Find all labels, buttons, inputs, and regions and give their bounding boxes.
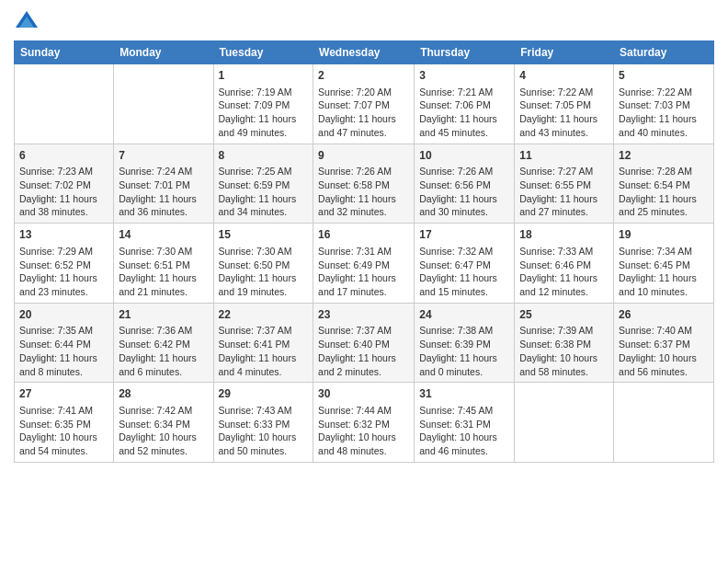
day-number: 1 [219, 68, 309, 84]
day-number: 12 [619, 148, 709, 164]
day-info: Sunrise: 7:37 AM [318, 324, 409, 338]
calendar-cell: 9Sunrise: 7:26 AMSunset: 6:58 PMDaylight… [313, 144, 415, 224]
header-saturday: Saturday [614, 41, 714, 64]
calendar-cell: 17Sunrise: 7:32 AMSunset: 6:47 PMDayligh… [415, 224, 515, 304]
day-info: Sunset: 7:01 PM [119, 178, 208, 192]
day-info: Sunset: 6:44 PM [19, 338, 108, 351]
day-info: Sunrise: 7:28 AM [619, 165, 709, 178]
day-info: Sunset: 6:34 PM [119, 418, 208, 431]
day-info: Sunrise: 7:30 AM [119, 245, 208, 259]
day-number: 7 [119, 148, 208, 164]
calendar-cell: 1Sunrise: 7:19 AMSunset: 7:09 PMDaylight… [213, 64, 313, 144]
day-info: Sunset: 6:47 PM [419, 259, 509, 272]
day-info: Sunrise: 7:19 AM [219, 86, 309, 99]
day-info: Sunrise: 7:42 AM [119, 404, 208, 418]
day-info: Daylight: 11 hours and 8 minutes. [19, 351, 108, 378]
calendar-week-row: 20Sunrise: 7:35 AMSunset: 6:44 PMDayligh… [15, 303, 714, 383]
calendar-week-row: 6Sunrise: 7:23 AMSunset: 7:02 PMDaylight… [15, 144, 714, 224]
day-info: Sunrise: 7:22 AM [519, 86, 609, 99]
day-info: Sunrise: 7:43 AM [219, 404, 309, 418]
day-info: Daylight: 11 hours and 23 minutes. [19, 271, 108, 298]
day-info: Sunrise: 7:36 AM [119, 324, 208, 338]
day-number: 30 [318, 386, 409, 402]
header-thursday: Thursday [415, 41, 515, 64]
day-info: Daylight: 10 hours and 46 minutes. [419, 431, 509, 457]
day-number: 13 [19, 227, 108, 243]
day-info: Sunset: 6:46 PM [519, 259, 609, 272]
header-monday: Monday [114, 41, 213, 64]
day-info: Sunset: 6:37 PM [619, 338, 709, 351]
day-info: Sunrise: 7:41 AM [19, 404, 108, 418]
day-info: Sunrise: 7:27 AM [519, 165, 609, 178]
calendar-cell: 15Sunrise: 7:30 AMSunset: 6:50 PMDayligh… [213, 224, 313, 304]
calendar-cell [614, 383, 714, 463]
header-wednesday: Wednesday [313, 41, 415, 64]
day-info: Daylight: 11 hours and 21 minutes. [119, 271, 208, 298]
calendar-cell: 23Sunrise: 7:37 AMSunset: 6:40 PMDayligh… [313, 303, 415, 383]
day-info: Sunrise: 7:24 AM [119, 165, 208, 178]
calendar-cell: 10Sunrise: 7:26 AMSunset: 6:56 PMDayligh… [415, 144, 515, 224]
day-info: Sunset: 6:55 PM [519, 178, 609, 192]
day-number: 22 [219, 307, 309, 323]
page-header [14, 9, 714, 35]
day-info: Sunset: 6:49 PM [318, 259, 409, 272]
day-info: Sunset: 6:40 PM [318, 338, 409, 351]
day-info: Daylight: 11 hours and 17 minutes. [318, 271, 409, 298]
day-info: Sunrise: 7:32 AM [419, 245, 509, 259]
calendar-cell: 30Sunrise: 7:44 AMSunset: 6:32 PMDayligh… [313, 383, 415, 463]
day-info: Daylight: 11 hours and 0 minutes. [419, 351, 509, 378]
day-info: Sunset: 6:41 PM [219, 338, 309, 351]
day-info: Sunset: 7:02 PM [19, 178, 108, 192]
day-info: Daylight: 10 hours and 52 minutes. [119, 431, 208, 457]
day-info: Daylight: 11 hours and 12 minutes. [519, 271, 609, 298]
day-info: Sunset: 6:56 PM [419, 178, 509, 192]
day-number: 17 [419, 227, 509, 243]
day-info: Sunset: 6:45 PM [619, 259, 709, 272]
day-info: Sunrise: 7:20 AM [318, 86, 409, 99]
day-number: 11 [519, 148, 609, 164]
day-info: Sunrise: 7:25 AM [219, 165, 309, 178]
day-number: 24 [419, 307, 509, 323]
day-info: Sunrise: 7:29 AM [19, 245, 108, 259]
day-info: Sunset: 6:39 PM [419, 338, 509, 351]
calendar-cell: 26Sunrise: 7:40 AMSunset: 6:37 PMDayligh… [614, 303, 714, 383]
day-info: Sunrise: 7:31 AM [318, 245, 409, 259]
day-number: 8 [219, 148, 309, 164]
day-info: Daylight: 11 hours and 49 minutes. [219, 112, 309, 139]
day-info: Sunrise: 7:30 AM [219, 245, 309, 259]
day-info: Sunset: 6:51 PM [119, 259, 208, 272]
day-info: Daylight: 11 hours and 4 minutes. [219, 351, 309, 378]
day-info: Sunset: 6:35 PM [19, 418, 108, 431]
day-info: Daylight: 11 hours and 19 minutes. [219, 271, 309, 298]
calendar-cell [114, 64, 213, 144]
day-info: Daylight: 11 hours and 40 minutes. [619, 112, 709, 139]
day-info: Sunset: 7:07 PM [318, 98, 409, 112]
day-info: Sunset: 6:32 PM [318, 418, 409, 431]
calendar-cell: 12Sunrise: 7:28 AMSunset: 6:54 PMDayligh… [614, 144, 714, 224]
logo [14, 9, 43, 35]
day-info: Sunrise: 7:26 AM [318, 165, 409, 178]
calendar-cell: 28Sunrise: 7:42 AMSunset: 6:34 PMDayligh… [114, 383, 213, 463]
header-friday: Friday [515, 41, 614, 64]
day-number: 18 [519, 227, 609, 243]
calendar-cell: 2Sunrise: 7:20 AMSunset: 7:07 PMDaylight… [313, 64, 415, 144]
calendar-week-row: 13Sunrise: 7:29 AMSunset: 6:52 PMDayligh… [15, 224, 714, 304]
day-info: Sunrise: 7:37 AM [219, 324, 309, 338]
day-info: Daylight: 11 hours and 30 minutes. [419, 192, 509, 219]
header-tuesday: Tuesday [213, 41, 313, 64]
day-info: Sunset: 6:52 PM [19, 259, 108, 272]
day-number: 16 [318, 227, 409, 243]
day-info: Sunrise: 7:40 AM [619, 324, 709, 338]
day-info: Sunrise: 7:23 AM [19, 165, 108, 178]
calendar-cell [15, 64, 114, 144]
calendar-cell: 20Sunrise: 7:35 AMSunset: 6:44 PMDayligh… [15, 303, 114, 383]
day-info: Sunset: 6:42 PM [119, 338, 208, 351]
calendar-cell: 29Sunrise: 7:43 AMSunset: 6:33 PMDayligh… [213, 383, 313, 463]
day-info: Sunset: 7:03 PM [619, 98, 709, 112]
day-info: Daylight: 10 hours and 56 minutes. [619, 351, 709, 378]
day-number: 28 [119, 386, 208, 402]
calendar-cell: 8Sunrise: 7:25 AMSunset: 6:59 PMDaylight… [213, 144, 313, 224]
calendar-cell: 5Sunrise: 7:22 AMSunset: 7:03 PMDaylight… [614, 64, 714, 144]
day-number: 27 [19, 386, 108, 402]
day-info: Daylight: 10 hours and 50 minutes. [219, 431, 309, 457]
